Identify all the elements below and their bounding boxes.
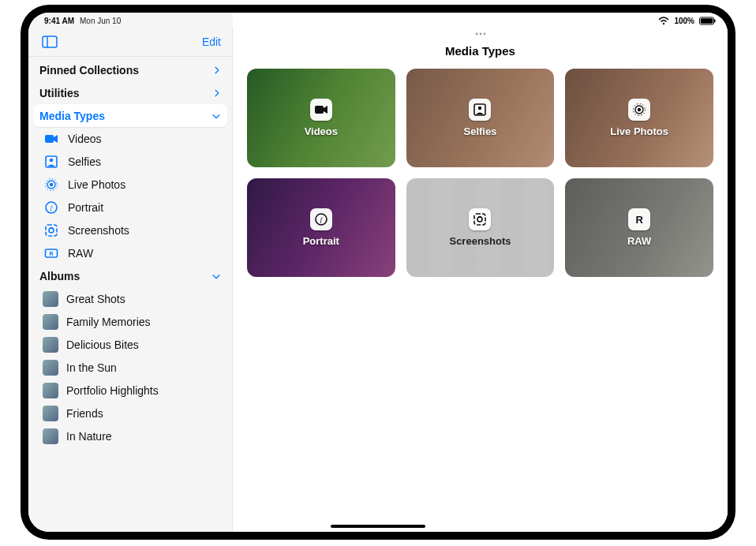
edit-button[interactable]: Edit <box>202 36 221 48</box>
sidebar-album-in-the-sun[interactable]: In the Sun <box>33 356 227 379</box>
selfie-icon <box>43 155 60 169</box>
sidebar-item-label: In Nature <box>66 430 112 443</box>
album-thumb-icon <box>43 360 58 376</box>
tile-label: Screenshots <box>449 235 511 247</box>
chevron-right-icon <box>213 64 221 77</box>
sidebar-album-great-shots[interactable]: Great Shots <box>33 287 227 310</box>
status-date: Mon Jun 10 <box>80 17 121 25</box>
sidebar-item-portrait[interactable]: Portrait <box>33 196 227 219</box>
sidebar-album-in-nature[interactable]: In Nature <box>33 424 227 447</box>
album-thumb-icon <box>43 428 58 444</box>
sidebar-item-screenshots[interactable]: Screenshots <box>33 219 227 241</box>
tile-label: RAW <box>627 235 651 247</box>
battery-percent: 100% <box>674 17 694 25</box>
tile-videos[interactable]: Videos <box>247 69 395 167</box>
video-icon <box>310 99 332 121</box>
tile-label: Selfies <box>464 125 497 137</box>
sidebar-item-label: Videos <box>68 133 102 145</box>
album-thumb-icon <box>43 406 58 421</box>
sidebar-header-label: Albums <box>39 270 80 282</box>
sidebar-toggle-icon[interactable] <box>39 34 60 50</box>
sidebar-item-label: Portfolio Highlights <box>66 384 159 397</box>
sidebar-item-label: Friends <box>66 407 103 420</box>
tile-portrait[interactable]: Portrait <box>247 178 395 277</box>
album-thumb-icon <box>43 291 58 307</box>
selfie-icon <box>469 99 491 121</box>
portrait-icon <box>310 208 332 230</box>
main-content: Media Types Videos Selfies Live Photos <box>233 27 728 532</box>
tile-label: Portrait <box>303 235 339 247</box>
more-options-icon[interactable] <box>473 28 488 39</box>
live-photos-icon <box>43 178 60 192</box>
chevron-right-icon <box>213 87 221 99</box>
raw-icon: R <box>628 208 650 230</box>
sidebar-header-albums[interactable]: Albums <box>33 264 227 287</box>
sidebar-item-label: RAW <box>68 247 93 260</box>
album-thumb-icon <box>43 314 58 330</box>
sidebar-item-label: Family Memories <box>66 316 151 328</box>
home-indicator[interactable] <box>331 525 425 528</box>
album-thumb-icon <box>43 383 58 398</box>
sidebar-item-label: In the Sun <box>66 361 117 374</box>
sidebar-album-portfolio-highlights[interactable]: Portfolio Highlights <box>33 379 227 402</box>
sidebar: Edit Pinned Collections Utilities Media … <box>28 27 233 532</box>
sidebar-header-label: Media Types <box>39 110 105 122</box>
portrait-icon <box>43 200 60 215</box>
media-types-grid: Videos Selfies Live Photos Portrait <box>233 69 728 277</box>
sidebar-header-utilities[interactable]: Utilities <box>33 81 227 104</box>
sidebar-top: Edit <box>28 27 232 57</box>
tile-screenshots[interactable]: Screenshots <box>406 178 555 277</box>
sidebar-item-selfies[interactable]: Selfies <box>33 150 227 173</box>
raw-icon <box>43 246 60 260</box>
sidebar-item-label: Delicious Bites <box>66 338 139 351</box>
ipad-device-frame: 9:41 AM Mon Jun 10 100% Edit <box>21 5 735 540</box>
live-photos-icon <box>628 99 650 121</box>
sidebar-item-label: Selfies <box>68 155 101 168</box>
chevron-down-icon <box>211 270 221 282</box>
sidebar-item-videos[interactable]: Videos <box>33 127 227 150</box>
sidebar-header-media-types[interactable]: Media Types <box>33 104 227 127</box>
screenshot-icon <box>43 223 60 237</box>
tile-label: Live Photos <box>610 125 668 137</box>
sidebar-album-friends[interactable]: Friends <box>33 402 227 424</box>
sidebar-item-live-photos[interactable]: Live Photos <box>33 173 227 196</box>
page-title: Media Types <box>233 44 728 58</box>
sidebar-item-label: Great Shots <box>66 293 125 305</box>
battery-icon <box>699 17 717 25</box>
wifi-icon <box>658 16 669 25</box>
sidebar-album-family-memories[interactable]: Family Memories <box>33 310 227 333</box>
sidebar-header-pinned[interactable]: Pinned Collections <box>33 58 227 81</box>
sidebar-item-label: Live Photos <box>68 178 125 191</box>
sidebar-item-label: Portrait <box>68 201 103 214</box>
sidebar-item-label: Screenshots <box>68 224 129 237</box>
album-thumb-icon <box>43 337 58 353</box>
tile-selfies[interactable]: Selfies <box>406 69 555 167</box>
chevron-down-icon <box>211 110 221 122</box>
status-bar: 9:41 AM Mon Jun 10 100% <box>28 13 728 27</box>
tile-label: Videos <box>305 125 338 137</box>
tile-raw[interactable]: R RAW <box>565 178 713 277</box>
status-time: 9:41 AM <box>44 17 74 25</box>
sidebar-header-label: Pinned Collections <box>39 64 139 77</box>
screenshot-icon <box>469 208 491 230</box>
sidebar-item-raw[interactable]: RAW <box>33 241 227 264</box>
sidebar-album-delicious-bites[interactable]: Delicious Bites <box>33 333 227 356</box>
video-icon <box>43 133 60 145</box>
tile-live-photos[interactable]: Live Photos <box>565 69 713 167</box>
screen: 9:41 AM Mon Jun 10 100% Edit <box>28 13 728 532</box>
sidebar-list[interactable]: Pinned Collections Utilities Media Types… <box>28 57 232 532</box>
sidebar-header-label: Utilities <box>39 87 80 99</box>
